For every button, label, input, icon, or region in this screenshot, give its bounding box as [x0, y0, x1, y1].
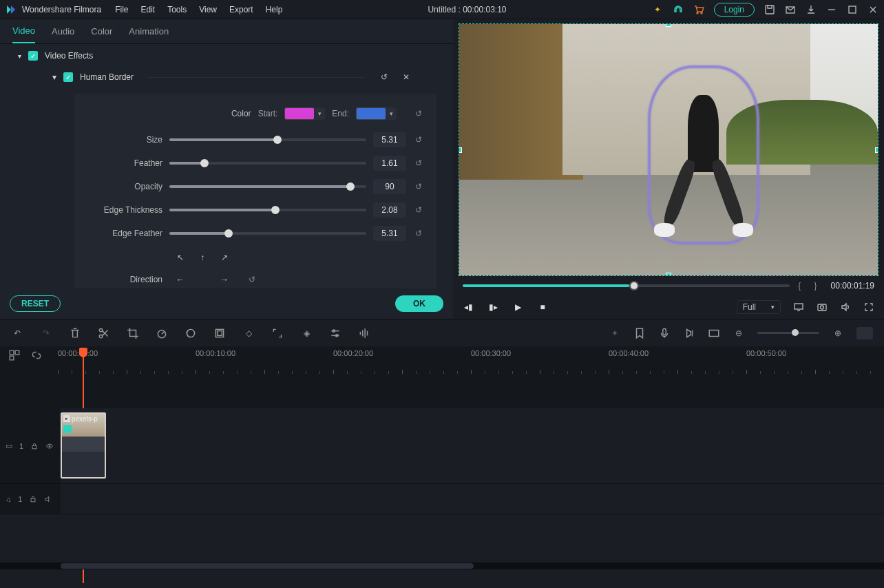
preview-canvas[interactable]: [459, 23, 878, 276]
green-screen-icon[interactable]: [213, 327, 226, 339]
mixer-icon[interactable]: [683, 327, 695, 339]
slider-feather[interactable]: [169, 162, 366, 165]
lock-icon[interactable]: [29, 493, 37, 505]
audio-track-body[interactable]: [61, 484, 884, 514]
menu-help[interactable]: Help: [266, 5, 283, 14]
track-manage-icon[interactable]: [8, 349, 21, 361]
value-opacity[interactable]: 90: [373, 179, 406, 194]
save-icon[interactable]: [764, 4, 775, 15]
quality-select[interactable]: Full▾: [737, 300, 781, 314]
crop-icon[interactable]: [127, 327, 139, 339]
mute-icon[interactable]: [44, 493, 52, 505]
tab-animation[interactable]: Animation: [129, 19, 169, 43]
color-end-swatch[interactable]: ▾: [356, 107, 397, 120]
chevron-down-icon[interactable]: ▾: [386, 107, 397, 120]
reset-direction-icon[interactable]: ↺: [246, 274, 257, 285]
mask-icon[interactable]: ◈: [300, 327, 313, 339]
dir-up-icon[interactable]: ↑: [194, 249, 211, 266]
reset-edge-thickness-icon[interactable]: ↺: [413, 204, 424, 216]
reset-edge-feather-icon[interactable]: ↺: [413, 228, 424, 239]
tab-audio[interactable]: Audio: [52, 19, 74, 43]
download-icon[interactable]: [806, 4, 817, 15]
dir-right-icon[interactable]: →: [216, 271, 233, 288]
timeline-scrollbar[interactable]: [0, 563, 884, 569]
idea-icon[interactable]: ✦: [652, 4, 663, 15]
dir-up-left-icon[interactable]: ↖: [172, 249, 189, 266]
value-edge-thickness[interactable]: 2.08: [373, 202, 406, 218]
marker-icon[interactable]: ✦: [609, 327, 621, 339]
speed-icon[interactable]: [156, 327, 168, 339]
split-icon[interactable]: [98, 327, 110, 339]
motion-icon[interactable]: [271, 327, 284, 339]
section-video-effects[interactable]: ▾ Video Effects: [0, 48, 453, 63]
section-human-border[interactable]: ▾ Human Border ↺ ✕: [0, 63, 453, 88]
window-minimize-icon[interactable]: [826, 4, 837, 15]
prev-frame-icon[interactable]: ◂▮: [463, 302, 474, 313]
menu-export[interactable]: Export: [229, 5, 253, 14]
link-icon[interactable]: [30, 349, 43, 361]
crop-handle-icon[interactable]: [459, 147, 462, 153]
reset-opacity-icon[interactable]: ↺: [413, 181, 424, 192]
reset-size-icon[interactable]: ↺: [413, 134, 424, 145]
lock-icon[interactable]: [30, 440, 39, 452]
login-button[interactable]: Login: [714, 3, 755, 17]
reset-feather-icon[interactable]: ↺: [413, 158, 424, 169]
ok-button[interactable]: OK: [395, 295, 443, 312]
adjust-icon[interactable]: [329, 327, 341, 339]
play-icon[interactable]: ▶: [512, 302, 523, 313]
crop-handle-icon[interactable]: [666, 273, 671, 276]
next-frame-icon[interactable]: ▮▸: [487, 302, 498, 313]
time-ruler[interactable]: 00:00:00:00 00:00:10:00 00:00:20:00 00:0…: [58, 349, 884, 374]
menu-file[interactable]: File: [115, 5, 128, 14]
keyframe-icon[interactable]: ◇: [242, 327, 255, 339]
color-start-swatch[interactable]: ▾: [284, 107, 325, 120]
checkbox-human-border[interactable]: [63, 72, 73, 82]
close-section-icon[interactable]: ✕: [401, 72, 412, 83]
snapshot-icon[interactable]: [817, 302, 828, 313]
scrub-track[interactable]: [463, 284, 790, 287]
zoom-out-icon[interactable]: ⊖: [733, 327, 745, 339]
chevron-down-icon[interactable]: ▾: [314, 107, 325, 120]
value-size[interactable]: 5.31: [373, 132, 406, 147]
mail-icon[interactable]: [785, 4, 796, 15]
window-close-icon[interactable]: [867, 4, 878, 15]
color-icon[interactable]: [185, 327, 197, 339]
crop-handle-icon[interactable]: [875, 147, 878, 153]
slider-edge-feather[interactable]: [169, 232, 366, 235]
zoom-slider[interactable]: [757, 332, 819, 334]
support-icon[interactable]: [673, 4, 684, 15]
delete-icon[interactable]: [69, 327, 81, 339]
aspect-icon[interactable]: [708, 327, 720, 339]
window-maximize-icon[interactable]: [847, 4, 858, 15]
dir-left-icon[interactable]: ←: [172, 271, 189, 288]
record-icon[interactable]: [658, 327, 671, 339]
dir-up-right-icon[interactable]: ↗: [216, 249, 233, 266]
value-feather[interactable]: 1.61: [373, 156, 406, 171]
stop-icon[interactable]: ■: [537, 302, 548, 313]
cart-icon[interactable]: [693, 4, 704, 15]
slider-opacity[interactable]: [169, 185, 366, 188]
tab-color[interactable]: Color: [91, 19, 112, 43]
display-icon[interactable]: [793, 302, 804, 313]
slider-edge-thickness[interactable]: [169, 209, 366, 211]
undo-icon[interactable]: ↶: [11, 327, 23, 339]
view-toggle[interactable]: [856, 327, 873, 339]
tab-video[interactable]: Video: [12, 19, 35, 43]
reset-section-icon[interactable]: ↺: [379, 72, 390, 83]
checkbox-video-effects[interactable]: [28, 51, 38, 61]
value-edge-feather[interactable]: 5.31: [373, 226, 406, 241]
menu-view[interactable]: View: [199, 5, 217, 14]
redo-icon[interactable]: ↷: [40, 327, 52, 339]
reset-color-icon[interactable]: ↺: [413, 108, 424, 119]
reset-button[interactable]: RESET: [10, 295, 61, 312]
bookmark-icon[interactable]: [633, 327, 646, 339]
audio-beat-icon[interactable]: [358, 327, 370, 339]
video-track-body[interactable]: ▸ pexels-p: [61, 408, 884, 483]
menu-edit[interactable]: Edit: [141, 5, 156, 14]
slider-size[interactable]: [169, 138, 366, 141]
eye-icon[interactable]: [45, 440, 54, 452]
zoom-in-icon[interactable]: ⊕: [832, 327, 844, 339]
menu-tools[interactable]: Tools: [167, 5, 187, 14]
volume-icon[interactable]: [840, 302, 851, 313]
crop-handle-icon[interactable]: [666, 23, 671, 27]
